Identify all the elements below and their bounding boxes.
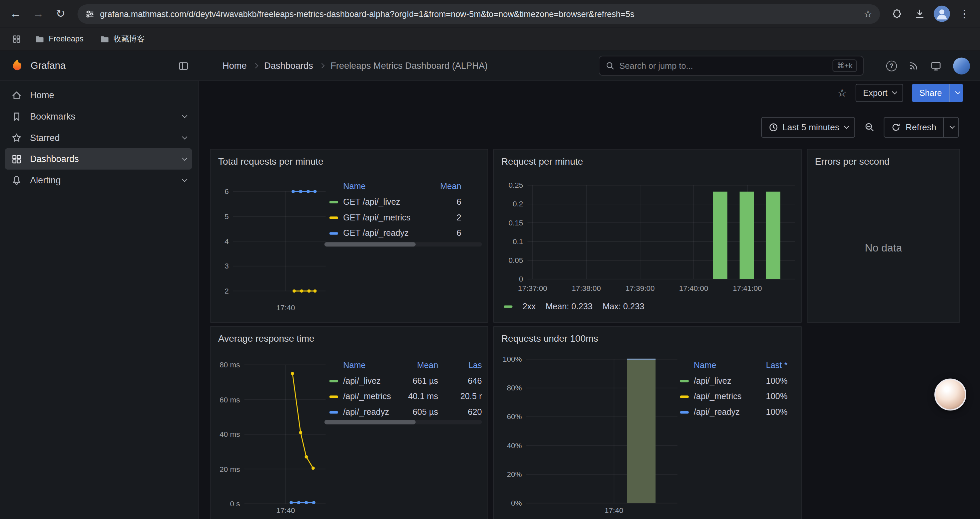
legend-header-mean[interactable]: Mean [398,360,438,369]
bookmark-folder-freeleaps[interactable]: Freeleaps [30,32,88,46]
legend-header-name[interactable]: Name [329,360,398,369]
refresh-main-button[interactable]: Refresh [884,117,943,137]
refresh-interval-button[interactable] [943,117,958,137]
forward-icon[interactable]: → [27,3,49,24]
data-point [299,431,302,434]
y-axis-tick-label: 2 [215,287,229,295]
floating-assistant-avatar[interactable] [934,379,966,411]
plot-area[interactable] [527,359,678,503]
series-color-swatch [329,379,338,382]
series-name[interactable]: /api/_livez [694,376,752,385]
site-settings-icon[interactable] [85,9,94,18]
series-name[interactable]: /api/_readyz [694,407,752,417]
legend-header-name[interactable]: Name [680,360,752,369]
browser-menu-icon[interactable]: ⋮ [954,3,975,24]
downloads-icon[interactable] [908,3,930,24]
legend-table: Name Mean GET /api/_livez 6 GET /api/_me… [324,178,482,241]
news-rss-icon[interactable] [908,61,919,71]
share-label[interactable]: Share [912,83,949,102]
share-menu-button[interactable] [949,83,963,102]
star-icon [11,132,22,143]
series-name[interactable]: /api/_metrics [694,392,752,401]
extensions-icon[interactable] [886,3,908,24]
series-color-swatch [329,395,338,398]
y-axis-tick-label: 0.1 [506,237,523,246]
time-controls: Last 5 minutes Refresh [199,117,980,138]
y-axis-tick-label: 0.05 [506,256,523,265]
series-name[interactable]: 2xx [522,302,535,311]
bookmark-star-icon[interactable]: ☆ [864,8,873,20]
legend-row: /api/_livez 661 µs 646 [324,373,482,389]
time-range-picker[interactable]: Last 5 minutes [761,117,855,137]
back-icon[interactable]: ← [5,3,26,24]
series-mean-value: Mean: 0.233 [546,302,593,311]
apps-grid-icon[interactable] [9,31,24,46]
search-input[interactable] [619,61,827,70]
chevron-down-icon[interactable] [182,177,188,182]
legend-header-last[interactable]: Last * [752,360,788,369]
url-bar[interactable]: ☆ [77,4,880,23]
legend-scrollbar-thumb[interactable] [324,420,415,424]
legend-scrollbar[interactable] [324,242,482,246]
panel-title[interactable]: Request per minute [494,150,801,169]
refresh-button[interactable]: Refresh [884,117,959,137]
y-axis-tick-label: 4 [215,237,229,246]
home-icon [11,90,22,101]
breadcrumb-home[interactable]: Home [223,61,247,71]
help-icon[interactable]: ? [886,61,897,71]
series-name[interactable]: /api/_metrics [343,392,398,401]
x-axis-tick-label: 17:37:00 [518,284,547,293]
plot-area[interactable] [527,185,795,279]
grafana-logo-icon[interactable] [10,58,24,73]
total-requests-chart[interactable]: 6543217:40 [215,192,326,303]
y-axis-tick-label: 40% [502,441,522,450]
series-name[interactable]: GET /api/_metrics [343,213,423,222]
zoom-out-icon[interactable] [859,117,880,137]
y-axis-tick-label: 0% [502,498,522,507]
header-icons: ? [886,51,970,81]
y-axis-tick-label: 20% [502,470,522,479]
profile-avatar-icon[interactable] [931,3,953,24]
series-name[interactable]: /api/_livez [343,376,398,385]
legend-scrollbar[interactable] [324,420,482,424]
sidebar-item-dashboards[interactable]: Dashboards [5,148,192,170]
breadcrumb-dashboards[interactable]: Dashboards [264,61,313,71]
series-name[interactable]: GET /api/_readyz [343,228,423,238]
toggle-menu-icon[interactable] [178,61,189,71]
panel-title[interactable]: Average response time [210,327,487,346]
share-button[interactable]: Share [912,83,963,102]
legend-header-name[interactable]: Name [329,181,422,190]
legend-scrollbar-thumb[interactable] [324,242,415,246]
sidebar-item-starred[interactable]: Starred [5,127,192,148]
search-box[interactable]: ⌘+k [599,56,864,76]
chevron-down-icon[interactable] [182,134,188,140]
panel-title[interactable]: Requests under 100ms [494,327,801,346]
export-button[interactable]: Export [856,83,903,102]
plot-area[interactable] [233,192,326,291]
legend-header-mean[interactable]: Mean [423,181,461,190]
panel-total-requests-per-minute: Total requests per minute 6543217:40 Nam… [210,149,488,323]
series-name[interactable]: /api/_readyz [343,407,398,417]
sidebar-item-bookmarks[interactable]: Bookmarks [5,106,192,127]
legend-header-last[interactable]: Las [443,360,482,369]
favorite-star-icon[interactable]: ☆ [837,86,847,99]
average-response-time-chart[interactable]: 80 ms60 ms40 ms20 ms0 s17:40 [220,365,326,517]
user-avatar[interactable] [953,57,970,74]
bookmark-folder-blogs[interactable]: 收藏博客 [95,31,150,47]
requests-under-100ms-chart[interactable]: 100%80%60%40%20%0%17:40 [502,359,678,517]
sidebar-item-alerting[interactable]: Alerting [5,170,192,191]
reload-icon[interactable]: ↻ [50,3,72,24]
chevron-down-icon[interactable] [182,155,188,161]
monitor-icon[interactable] [931,61,941,71]
sidebar-item-home[interactable]: Home [5,85,192,106]
url-input[interactable] [100,9,858,18]
panel-title[interactable]: Errors per second [808,150,959,169]
panel-title[interactable]: Total requests per minute [210,150,487,169]
grafana-brand-label[interactable]: Grafana [31,60,66,72]
plot-area[interactable] [245,365,326,504]
legend-inline: 2xx Mean: 0.233 Max: 0.233 [504,302,644,311]
legend-header-row: Name Mean Las [324,357,482,373]
chevron-down-icon[interactable] [182,113,188,118]
series-name[interactable]: GET /api/_livez [343,197,423,206]
request-per-minute-chart[interactable]: 0.250.20.150.10.05017:37:0017:38:0017:39… [506,185,795,293]
